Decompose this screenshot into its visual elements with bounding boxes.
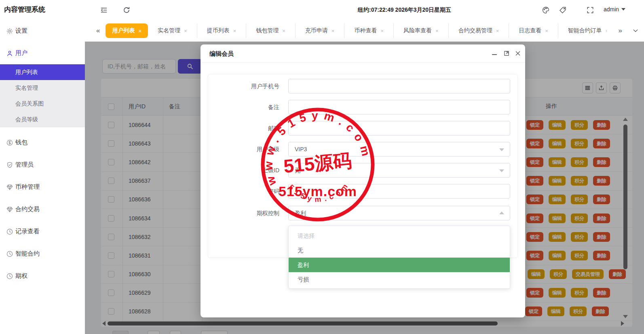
tab-日志查看[interactable]: 日志查看× bbox=[509, 23, 558, 38]
sidebar-item-label: 用户 bbox=[15, 49, 27, 57]
collapse-sidebar-icon[interactable] bbox=[100, 6, 108, 14]
tab-智能合约订单[interactable]: 智能合约订单× bbox=[558, 23, 607, 38]
select-value: 无 bbox=[295, 167, 300, 173]
tab-label: 提币列表 bbox=[207, 27, 230, 34]
sidebar-item-合约交易[interactable]: 合约交易 bbox=[0, 198, 85, 220]
select-value: VIP3 bbox=[295, 146, 307, 152]
tab-用户列表[interactable]: 用户列表× bbox=[106, 23, 148, 38]
form-row-用户手机号: 用户手机号 bbox=[201, 79, 518, 93]
dropdown-option-盈利[interactable]: 盈利 bbox=[289, 258, 510, 272]
sidebar-item-用户[interactable]: 用户 bbox=[0, 42, 85, 64]
tab-close-icon[interactable]: × bbox=[496, 28, 499, 34]
tab-实名管理[interactable]: 实名管理× bbox=[148, 23, 197, 38]
sidebar-item-智能合约[interactable]: 智能合约 bbox=[0, 243, 85, 265]
form-label: 备注 bbox=[201, 100, 284, 114]
tab-label: 用户列表 bbox=[112, 27, 135, 34]
palette-icon[interactable] bbox=[542, 6, 550, 14]
form-label: 期权控制 bbox=[201, 206, 284, 220]
tabs-menu-chevron-icon[interactable] bbox=[633, 28, 638, 34]
chevron-up-icon bbox=[499, 211, 504, 214]
sidebar-subitem-会员关系图[interactable]: 会员关系图 bbox=[0, 96, 85, 112]
tab-close-icon[interactable]: × bbox=[184, 28, 187, 34]
sidebar-subitem-会员等级[interactable]: 会员等级 bbox=[0, 112, 85, 127]
sidebar-item-label: 合约交易 bbox=[15, 205, 40, 213]
tab-label: 实名管理 bbox=[158, 27, 180, 34]
form-label: 密码 bbox=[201, 184, 284, 199]
fullscreen-icon[interactable] bbox=[586, 6, 594, 14]
sidebar-item-label: 币种管理 bbox=[15, 183, 40, 191]
tab-label: 日志查看 bbox=[519, 27, 541, 34]
sidebar-item-币种管理[interactable]: 币种管理 bbox=[0, 176, 85, 198]
sidebar-item-label: 设置 bbox=[15, 27, 27, 35]
chevron-down-icon bbox=[499, 169, 504, 172]
tab-close-icon[interactable]: × bbox=[380, 28, 384, 34]
sidebar-item-钱包[interactable]: 钱包 bbox=[0, 131, 85, 154]
tab-close-icon[interactable]: × bbox=[606, 28, 607, 34]
tab-label: 币种查看 bbox=[354, 27, 377, 34]
tab-风险率查看[interactable]: 风险率查看× bbox=[393, 23, 448, 38]
form-row-备注: 备注 bbox=[201, 100, 518, 114]
sidebar-item-label: 记录查看 bbox=[15, 228, 40, 235]
tabs-scroll-right-icon[interactable]: » bbox=[619, 27, 622, 35]
tab-钱包管理[interactable]: 钱包管理× bbox=[246, 23, 295, 38]
form-label: 上级ID bbox=[201, 163, 284, 178]
sidebar-item-label: 钱包 bbox=[15, 139, 27, 146]
tab-label: 智能合约订单 bbox=[568, 27, 602, 34]
tab-币种查看[interactable]: 币种查看× bbox=[344, 23, 393, 38]
refresh-icon[interactable] bbox=[122, 6, 131, 14]
tab-close-icon[interactable]: × bbox=[138, 28, 141, 34]
tab-close-icon[interactable]: × bbox=[435, 28, 439, 34]
form-row-期权控制: 期权控制盈利 bbox=[201, 206, 518, 220]
sidebar-menu: 设置用户用户列表实名管理会员关系图会员等级钱包管理员币种管理合约交易记录查看智能… bbox=[0, 20, 85, 287]
sidebar-item-记录查看[interactable]: 记录查看 bbox=[0, 220, 85, 243]
select-期权控制[interactable]: 盈利 bbox=[288, 206, 510, 220]
form-row-密码: 密码 bbox=[201, 184, 518, 199]
close-icon[interactable] bbox=[514, 50, 522, 57]
tab-close-icon[interactable]: × bbox=[282, 28, 285, 34]
field-邮箱[interactable] bbox=[288, 121, 510, 135]
sidebar-subitem-用户列表[interactable]: 用户列表 bbox=[0, 64, 85, 80]
field-密码[interactable] bbox=[288, 184, 510, 199]
form-row-邮箱: 邮箱 bbox=[201, 121, 518, 135]
modal-title: 编辑会员 bbox=[209, 50, 234, 58]
tabs-scroll-left-icon[interactable]: « bbox=[96, 27, 100, 35]
clock-icon bbox=[6, 228, 13, 235]
dollar-icon bbox=[6, 139, 13, 146]
field-用户手机号[interactable] bbox=[288, 79, 510, 93]
dropdown-option-亏损[interactable]: 亏损 bbox=[289, 272, 510, 287]
user-menu[interactable]: admin bbox=[604, 6, 625, 13]
option-control-dropdown: 请选择无盈利亏损 bbox=[288, 226, 510, 289]
sidebar-item-管理员[interactable]: 管理员 bbox=[0, 154, 85, 176]
tag-icon[interactable] bbox=[559, 6, 567, 14]
tab-label: 合约交易管理 bbox=[458, 27, 492, 34]
select-用户等级[interactable]: VIP3 bbox=[288, 142, 510, 156]
form-label: 邮箱 bbox=[201, 121, 284, 135]
world-clock: 纽约:07:22:49 2026年3月20日星期五 bbox=[358, 6, 451, 14]
field-备注[interactable] bbox=[288, 100, 510, 114]
tab-close-icon[interactable]: × bbox=[332, 28, 335, 34]
tab-合约交易管理[interactable]: 合约交易管理× bbox=[448, 23, 509, 38]
tab-close-icon[interactable]: × bbox=[545, 28, 548, 34]
select-上级ID[interactable]: 无 bbox=[288, 163, 510, 178]
form-label: 用户等级 bbox=[201, 142, 284, 156]
sidebar-item-期权[interactable]: 期权 bbox=[0, 265, 85, 287]
sidebar-item-设置[interactable]: 设置 bbox=[0, 20, 85, 42]
sidebar: 内容管理系统 设置用户用户列表实名管理会员关系图会员等级钱包管理员币种管理合约交… bbox=[0, 0, 85, 334]
dropdown-option-请选择[interactable]: 请选择 bbox=[289, 228, 510, 243]
tab-bar: « 用户列表×实名管理×提币列表×钱包管理×充币申请×币种查看×风险率查看×合约… bbox=[85, 20, 644, 42]
tabs-strip: 用户列表×实名管理×提币列表×钱包管理×充币申请×币种查看×风险率查看×合约交易… bbox=[106, 20, 607, 41]
maximize-icon[interactable] bbox=[503, 50, 510, 57]
gem-icon bbox=[6, 206, 13, 213]
tab-充币申请[interactable]: 充币申请× bbox=[295, 23, 344, 38]
user-name: admin bbox=[604, 6, 619, 13]
dropdown-option-无[interactable]: 无 bbox=[289, 243, 510, 258]
form-row-用户等级: 用户等级VIP3 bbox=[201, 142, 518, 156]
tab-close-icon[interactable]: × bbox=[233, 28, 236, 34]
sidebar-submenu: 用户列表实名管理会员关系图会员等级 bbox=[0, 64, 85, 127]
minimize-icon[interactable] bbox=[491, 51, 498, 58]
tab-label: 钱包管理 bbox=[256, 27, 279, 34]
form-row-上级ID: 上级ID无 bbox=[201, 163, 518, 178]
chevron-down-icon bbox=[499, 148, 504, 151]
tab-提币列表[interactable]: 提币列表× bbox=[197, 23, 246, 38]
sidebar-subitem-实名管理[interactable]: 实名管理 bbox=[0, 80, 85, 96]
